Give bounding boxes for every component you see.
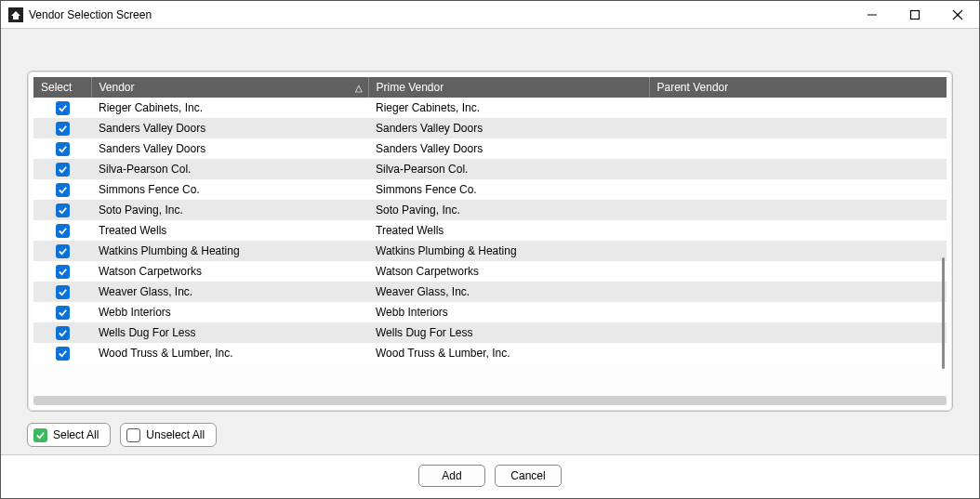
checkbox-checked-icon[interactable] (56, 183, 70, 197)
table-row[interactable]: Rieger Cabinets, Inc.Rieger Cabinets, In… (33, 98, 947, 118)
column-header-parent-label: Parent Vendor (657, 81, 729, 94)
checkbox-checked-icon[interactable] (56, 347, 70, 361)
vendor-cell[interactable]: Sanders Valley Doors (91, 138, 368, 159)
parent-vendor-cell[interactable] (649, 343, 947, 363)
checkbox-checked-icon[interactable] (56, 326, 70, 340)
parent-vendor-cell[interactable] (649, 261, 947, 282)
parent-vendor-cell[interactable] (649, 282, 947, 302)
vendor-cell[interactable]: Simmons Fence Co. (91, 179, 368, 200)
table-row[interactable]: Silva-Pearson Col.Silva-Pearson Col. (33, 159, 947, 179)
dialog-footer: Add Cancel (1, 454, 979, 498)
prime-vendor-cell[interactable]: Webb Interiors (368, 302, 649, 322)
select-all-button[interactable]: Select All (27, 423, 111, 447)
row-select-cell[interactable] (33, 302, 91, 322)
prime-vendor-cell[interactable]: Simmons Fence Co. (368, 179, 649, 200)
vertical-scrollbar[interactable] (942, 103, 945, 383)
table-row[interactable]: Webb InteriorsWebb Interiors (33, 302, 947, 322)
table-row[interactable]: Sanders Valley DoorsSanders Valley Doors (33, 118, 947, 138)
row-select-cell[interactable] (33, 261, 91, 282)
vendor-grid[interactable]: Select Vendor △ Prime Vendor Parent Vend… (33, 77, 947, 363)
checkbox-checked-icon[interactable] (56, 122, 70, 136)
row-select-cell[interactable] (33, 343, 91, 363)
title-bar[interactable]: Vendor Selection Screen (1, 1, 979, 29)
table-row[interactable]: Soto Paving, Inc.Soto Paving, Inc. (33, 200, 947, 220)
maximize-button[interactable] (894, 1, 936, 28)
prime-vendor-cell[interactable]: Wells Dug For Less (368, 322, 649, 343)
vendor-cell[interactable]: Watkins Plumbing & Heating (91, 241, 368, 261)
parent-vendor-cell[interactable] (649, 118, 947, 138)
parent-vendor-cell[interactable] (649, 138, 947, 159)
column-header-vendor[interactable]: Vendor △ (91, 77, 368, 98)
vendor-cell[interactable]: Silva-Pearson Col. (91, 159, 368, 179)
prime-vendor-cell[interactable]: Sanders Valley Doors (368, 138, 649, 159)
vertical-scrollbar-thumb[interactable] (942, 257, 945, 369)
row-select-cell[interactable] (33, 322, 91, 343)
table-row[interactable]: Watson CarpetworksWatson Carpetworks (33, 261, 947, 282)
column-header-select[interactable]: Select (33, 77, 91, 98)
row-select-cell[interactable] (33, 241, 91, 261)
horizontal-scrollbar-thumb[interactable] (34, 397, 946, 404)
checkbox-checked-icon[interactable] (56, 204, 70, 217)
parent-vendor-cell[interactable] (649, 200, 947, 220)
horizontal-scrollbar[interactable] (33, 396, 947, 405)
parent-vendor-cell[interactable] (649, 322, 947, 343)
vendor-cell[interactable]: Weaver Glass, Inc. (91, 282, 368, 302)
table-row[interactable]: Weaver Glass, Inc.Weaver Glass, Inc. (33, 282, 947, 302)
checkbox-checked-icon[interactable] (56, 285, 70, 299)
table-row[interactable]: Wells Dug For LessWells Dug For Less (33, 322, 947, 343)
prime-vendor-cell[interactable]: Watson Carpetworks (368, 261, 649, 282)
grid-panel: Select Vendor △ Prime Vendor Parent Vend… (27, 71, 953, 412)
checkbox-checked-icon[interactable] (56, 101, 70, 115)
column-header-prime-vendor[interactable]: Prime Vendor (368, 77, 649, 98)
table-row[interactable]: Watkins Plumbing & HeatingWatkins Plumbi… (33, 241, 947, 261)
column-header-parent-vendor[interactable]: Parent Vendor (649, 77, 947, 98)
vendor-cell[interactable]: Treated Wells (91, 220, 368, 241)
minimize-button[interactable] (851, 1, 894, 28)
checkbox-checked-icon[interactable] (56, 265, 70, 279)
prime-vendor-cell[interactable]: Treated Wells (368, 220, 649, 241)
prime-vendor-cell[interactable]: Sanders Valley Doors (368, 118, 649, 138)
add-button[interactable]: Add (418, 465, 485, 487)
parent-vendor-cell[interactable] (649, 220, 947, 241)
row-select-cell[interactable] (33, 98, 91, 118)
checkbox-checked-icon[interactable] (56, 244, 70, 258)
prime-vendor-cell[interactable]: Weaver Glass, Inc. (368, 282, 649, 302)
checkbox-checked-icon[interactable] (56, 142, 70, 156)
grid-wrap: Select Vendor △ Prime Vendor Parent Vend… (33, 77, 947, 392)
row-select-cell[interactable] (33, 220, 91, 241)
table-row[interactable]: Treated WellsTreated Wells (33, 220, 947, 241)
parent-vendor-cell[interactable] (649, 159, 947, 179)
prime-vendor-cell[interactable]: Watkins Plumbing & Heating (368, 241, 649, 261)
parent-vendor-cell[interactable] (649, 179, 947, 200)
unselect-all-button[interactable]: Unselect All (120, 423, 217, 447)
vendor-cell[interactable]: Soto Paving, Inc. (91, 200, 368, 220)
table-row[interactable]: Sanders Valley DoorsSanders Valley Doors (33, 138, 947, 159)
row-select-cell[interactable] (33, 282, 91, 302)
row-select-cell[interactable] (33, 200, 91, 220)
vendor-cell[interactable]: Watson Carpetworks (91, 261, 368, 282)
checkbox-checked-icon[interactable] (56, 163, 70, 177)
parent-vendor-cell[interactable] (649, 241, 947, 261)
table-row[interactable]: Simmons Fence Co.Simmons Fence Co. (33, 179, 947, 200)
checkbox-checked-icon[interactable] (56, 306, 70, 320)
close-button[interactable] (936, 1, 979, 28)
row-select-cell[interactable] (33, 179, 91, 200)
cancel-button[interactable]: Cancel (495, 465, 562, 487)
select-all-label: Select All (53, 428, 99, 441)
prime-vendor-cell[interactable]: Silva-Pearson Col. (368, 159, 649, 179)
row-select-cell[interactable] (33, 159, 91, 179)
vendor-cell[interactable]: Webb Interiors (91, 302, 368, 322)
vendor-cell[interactable]: Sanders Valley Doors (91, 118, 368, 138)
checkbox-checked-icon[interactable] (56, 224, 70, 238)
parent-vendor-cell[interactable] (649, 302, 947, 322)
row-select-cell[interactable] (33, 138, 91, 159)
vendor-cell[interactable]: Wells Dug For Less (91, 322, 368, 343)
vendor-cell[interactable]: Wood Truss & Lumber, Inc. (91, 343, 368, 363)
prime-vendor-cell[interactable]: Rieger Cabinets, Inc. (368, 98, 649, 118)
prime-vendor-cell[interactable]: Soto Paving, Inc. (368, 200, 649, 220)
parent-vendor-cell[interactable] (649, 98, 947, 118)
prime-vendor-cell[interactable]: Wood Truss & Lumber, Inc. (368, 343, 649, 363)
table-row[interactable]: Wood Truss & Lumber, Inc.Wood Truss & Lu… (33, 343, 947, 363)
row-select-cell[interactable] (33, 118, 91, 138)
vendor-cell[interactable]: Rieger Cabinets, Inc. (91, 98, 368, 118)
